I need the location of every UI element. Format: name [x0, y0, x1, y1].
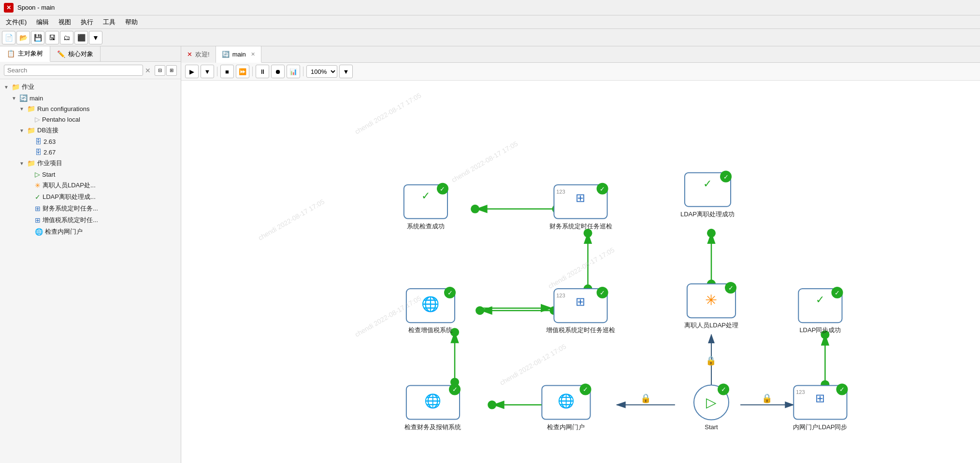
svg-text:✓: ✓: [816, 294, 824, 306]
dropdown-button[interactable]: ▼: [89, 31, 102, 44]
node-n4[interactable]: 🌐 ✓ 检查增值税系统: [406, 287, 456, 334]
svg-text:✓: ✓: [600, 289, 605, 296]
svg-text:🔒: 🔒: [762, 393, 773, 404]
resume-button[interactable]: ⏩: [236, 65, 249, 78]
tree-item-job-items[interactable]: ▼ 📁 作业项目: [0, 157, 181, 169]
node-n5[interactable]: ⊞ 123 ✓ 增值税系统定时任务巡检: [546, 287, 615, 334]
main-tab-label: main: [232, 51, 246, 58]
job-items-label: 作业项目: [37, 159, 62, 168]
node-n2[interactable]: ⊞ 123 ✓ 财务系统定时任务巡检: [549, 183, 612, 230]
welcome-tab-icon: ✕: [187, 51, 192, 58]
main-toolbar: 📄 📂 💾 🖫 🗂 ⬛ ▼: [0, 29, 980, 46]
stop-button[interactable]: ■: [220, 65, 234, 78]
arrow-ldap-resign: [27, 183, 35, 188]
node-n7[interactable]: ✓ ✓ LDAP同步成功: [798, 287, 843, 334]
tab-core-objects[interactable]: ✏️ 核心对象: [50, 46, 101, 61]
canvas-toolbar: ▶ ▼ ■ ⏩ ⏸ ⏺ 📊 50% 75% 100% 150% 200% ▼: [181, 63, 980, 81]
ldap-resign-label: 离职人员LDAP处...: [43, 181, 96, 190]
svg-text:✓: ✓: [421, 190, 430, 202]
title-bar-text: Spoon - main: [17, 4, 55, 11]
start-label: Start: [42, 171, 55, 178]
arrow-start: [27, 172, 35, 177]
arrow-finance: [27, 206, 35, 211]
node-n8[interactable]: 🌐 ✓ 检查财务及报销系统: [404, 383, 461, 430]
tree-item-db[interactable]: ▼ 📁 DB连接: [0, 125, 181, 136]
menu-view[interactable]: 视图: [55, 17, 75, 28]
tree-item-portal[interactable]: 🌐 检查内网门户: [0, 226, 181, 238]
menu-file[interactable]: 文件(E): [2, 17, 30, 28]
svg-text:✓: ✓: [839, 386, 845, 393]
tree-item-263[interactable]: 🗄 2.63: [0, 136, 181, 147]
node-n10[interactable]: ▷ ✓ Start: [694, 383, 729, 430]
tab-close-button[interactable]: ✕: [251, 51, 255, 57]
open-button[interactable]: 📂: [16, 31, 30, 44]
globe-icon-portal: 🌐: [35, 228, 43, 236]
search-input[interactable]: [4, 65, 143, 76]
tree-item-job[interactable]: ▼ 📁 作业: [0, 81, 181, 93]
svg-text:123: 123: [556, 189, 565, 195]
tab-welcome[interactable]: ✕ 欢迎!: [181, 46, 216, 63]
menu-run[interactable]: 执行: [77, 17, 97, 28]
ldap-done-label: LDAP离职处理成...: [43, 193, 96, 201]
tree-item-start[interactable]: ▷ Start: [0, 169, 181, 180]
run-button[interactable]: ▶: [185, 65, 199, 78]
start-icon: ▷: [35, 170, 40, 178]
db-icon-267: 🗄: [35, 148, 42, 156]
menu-tools[interactable]: 工具: [99, 17, 119, 28]
explore-button[interactable]: 🗂: [60, 31, 73, 44]
search-clear-icon[interactable]: ✕: [145, 67, 151, 74]
record-button[interactable]: ⏺: [271, 65, 285, 78]
node-n6[interactable]: ✳ ✓ 离职人员LDAP处理: [684, 282, 738, 329]
menu-edit[interactable]: 编辑: [32, 17, 53, 28]
collapse-all-button[interactable]: ⊟: [155, 65, 165, 76]
menu-help[interactable]: 帮助: [121, 17, 142, 28]
svg-text:LDAP离职处理成功: LDAP离职处理成功: [680, 210, 735, 218]
node-n11[interactable]: ⊞ 123 ✓ 内网门户LDAP同步: [793, 383, 848, 430]
vat-label: 增值税系统定时任...: [43, 216, 98, 224]
core-objects-icon: ✏️: [57, 50, 65, 58]
svg-text:✓: ✓: [703, 178, 712, 190]
svg-point-8: [476, 306, 484, 315]
save-button[interactable]: 💾: [31, 31, 44, 44]
svg-text:财务系统定时任务巡检: 财务系统定时任务巡检: [549, 223, 612, 230]
canvas-area[interactable]: chendi 2022-08-17 17:05 chendi 2022-08-1…: [181, 81, 980, 463]
arrow-job-items: ▼: [19, 161, 27, 166]
new-button[interactable]: 📄: [2, 31, 15, 44]
layers-button[interactable]: ⬛: [74, 31, 88, 44]
node-n9[interactable]: 🌐 ✓ 检查内网门户: [542, 383, 591, 430]
svg-text:✓: ✓: [835, 289, 840, 296]
svg-point-25: [707, 229, 716, 238]
svg-text:检查内网门户: 检查内网门户: [547, 423, 585, 431]
arrow-main: ▼: [12, 96, 19, 101]
table-icon-vat: ⊞: [35, 216, 41, 224]
folder-icon-job: 📁: [12, 83, 20, 91]
tab-main[interactable]: 🔄 main ✕: [216, 46, 261, 63]
dropdown-run-button[interactable]: ▼: [201, 65, 214, 78]
svg-text:▷: ▷: [706, 395, 717, 410]
zoom-select[interactable]: 50% 75% 100% 150% 200%: [306, 65, 337, 78]
zoom-dropdown-button[interactable]: ▼: [339, 65, 353, 78]
tree-item-pentaho[interactable]: ▷ Pentaho local: [0, 114, 181, 125]
tree-item-finance[interactable]: ⊞ 财务系统定时任务...: [0, 203, 181, 214]
tab-main-tree[interactable]: 📋 主对象树: [0, 46, 50, 62]
monitor-button[interactable]: 📊: [287, 65, 300, 78]
expand-all-button[interactable]: ⊞: [166, 65, 177, 76]
search-actions: ⊟ ⊞: [155, 65, 177, 76]
transform-icon-main: 🔄: [19, 94, 28, 102]
tree-item-vat[interactable]: ⊞ 增值税系统定时任...: [0, 214, 181, 226]
svg-text:内网门户LDAP同步: 内网门户LDAP同步: [793, 423, 847, 431]
node-n1[interactable]: ✓ ✓ 系统检查成功: [404, 183, 448, 230]
tree-item-ldap-resign[interactable]: ✳ 离职人员LDAP处...: [0, 180, 181, 191]
tree-item-run-configs[interactable]: ▼ 📁 Run configurations: [0, 103, 181, 114]
tree-item-ldap-done[interactable]: ✓ LDAP离职处理成...: [0, 191, 181, 203]
tree-item-267[interactable]: 🗄 2.67: [0, 147, 181, 157]
tree-item-main[interactable]: ▼ 🔄 main: [0, 93, 181, 103]
save-as-button[interactable]: 🖫: [45, 31, 59, 44]
node-n3[interactable]: ✓ ✓ LDAP离职处理成功: [680, 171, 735, 218]
canvas-svg: 🔒 🔒 🔒: [181, 81, 980, 463]
svg-text:✓: ✓: [583, 386, 588, 393]
job-label: 作业: [22, 83, 34, 91]
check-icon-ldap: ✓: [35, 193, 41, 201]
pause-button[interactable]: ⏸: [256, 65, 269, 78]
portal-label: 检查内网门户: [45, 227, 83, 236]
